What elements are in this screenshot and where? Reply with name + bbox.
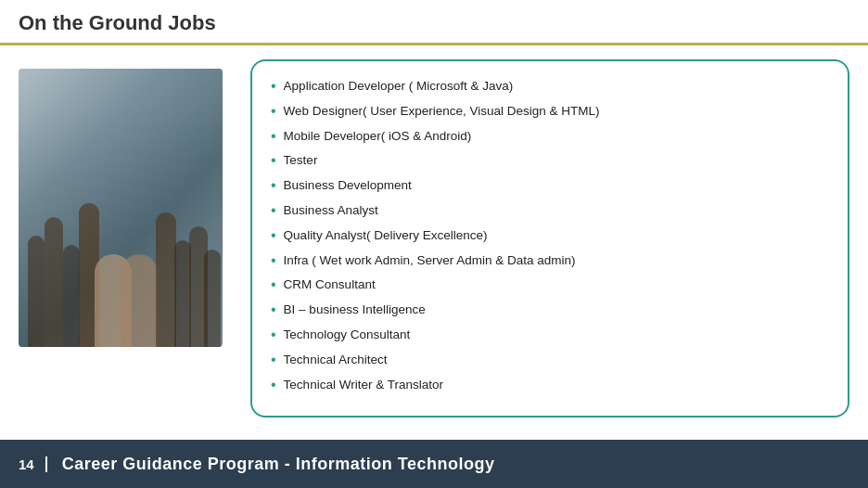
list-item-text: Business Development xyxy=(284,176,412,195)
bullet-icon: • xyxy=(271,102,276,122)
list-item: •Web Designer( User Experience, Visual D… xyxy=(271,99,829,124)
page-header: On the Ground Jobs xyxy=(0,0,868,45)
list-item-text: Mobile Developer( iOS & Android) xyxy=(284,127,472,146)
list-item: •Business Development xyxy=(271,173,829,199)
image-area xyxy=(19,59,232,417)
bullet-icon: • xyxy=(271,301,276,320)
page-title: On the Ground Jobs xyxy=(19,11,849,43)
list-item-text: Business Analyst xyxy=(284,201,378,220)
list-item-text: Quality Analyst( Delivery Excellence) xyxy=(284,226,488,245)
list-item: •Quality Analyst( Delivery Excellence) xyxy=(271,224,829,249)
people-image xyxy=(19,69,223,347)
list-item-text: Technology Consultant xyxy=(284,326,411,344)
list-item: •CRM Consultant xyxy=(271,273,829,298)
list-item-text: Technical Architect xyxy=(284,351,388,369)
list-item: •BI – business Intelligence xyxy=(271,298,829,323)
list-item-text: Application Developer ( Microsoft & Java… xyxy=(284,77,514,96)
list-item: •Infra ( Wet work Admin, Server Admin & … xyxy=(271,249,829,274)
bullet-icon: • xyxy=(271,176,276,196)
bullet-icon: • xyxy=(271,351,276,370)
bullet-icon: • xyxy=(271,77,276,96)
bullet-icon: • xyxy=(271,151,276,171)
list-item: •Technical Architect xyxy=(271,348,829,373)
bullet-icon: • xyxy=(271,251,276,271)
main-content: •Application Developer ( Microsoft & Jav… xyxy=(0,45,868,431)
list-item-text: BI – business Intelligence xyxy=(284,301,426,319)
list-item-text: Tester xyxy=(284,151,318,170)
list-item-text: Infra ( Wet work Admin, Server Admin & D… xyxy=(284,251,576,270)
list-item: •Tester xyxy=(271,148,829,173)
list-item: •Technology Consultant xyxy=(271,323,829,348)
footer: 14 Career Guidance Program - Information… xyxy=(0,440,868,488)
footer-title: Career Guidance Program - Information Te… xyxy=(62,455,495,474)
page-number: 14 xyxy=(19,456,47,472)
bullet-icon: • xyxy=(271,376,276,395)
list-item: •Mobile Developer( iOS & Android) xyxy=(271,124,829,149)
list-item-text: Technical Writer & Translator xyxy=(284,376,443,394)
bullet-icon: • xyxy=(271,276,276,295)
list-item-text: Web Designer( User Experience, Visual De… xyxy=(284,102,600,121)
content-box: •Application Developer ( Microsoft & Jav… xyxy=(250,59,849,417)
bullet-list: •Application Developer ( Microsoft & Jav… xyxy=(271,74,829,397)
list-item: •Application Developer ( Microsoft & Jav… xyxy=(271,74,829,99)
bullet-icon: • xyxy=(271,226,276,246)
list-item-text: CRM Consultant xyxy=(284,276,376,294)
list-item: •Business Analyst xyxy=(271,199,829,224)
list-item: •Technical Writer & Translator xyxy=(271,373,829,398)
bullet-icon: • xyxy=(271,326,276,345)
bullet-icon: • xyxy=(271,127,276,147)
bullet-icon: • xyxy=(271,201,276,221)
